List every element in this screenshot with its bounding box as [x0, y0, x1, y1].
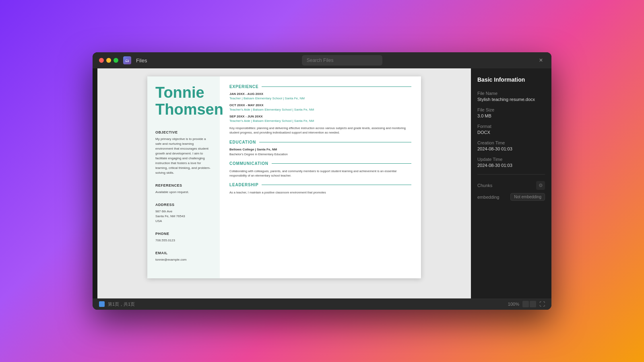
app-window: 🗂 Files × Tonnie Thomsen OBJECTIVE My pr…: [93, 52, 551, 310]
chunks-icon[interactable]: ⚙: [536, 181, 545, 190]
zoom-level: 100%: [508, 302, 519, 306]
status-left: 第1页，共1页: [99, 301, 135, 307]
leadership-title: LEADERSHIP: [229, 183, 411, 187]
education-degree: Bachelor's Degree in Elementary Educatio…: [229, 152, 411, 156]
main-content: Tonnie Thomsen OBJECTIVE My primary obje…: [93, 68, 551, 298]
page-info: 第1页，共1页: [108, 301, 135, 307]
resume-right-column: EXPERIENCE JAN 20XX - AUG 20XX Teacher |…: [220, 76, 421, 278]
search-input[interactable]: [302, 55, 382, 66]
job3-place: Teacher's Aide | Balsam Elementary Schoo…: [229, 119, 411, 123]
format-value: DOCX: [477, 130, 545, 135]
app-icon: 🗂: [123, 56, 131, 64]
info-divider: [477, 174, 545, 175]
format-row: Format DOCX: [477, 124, 545, 135]
left-sidebar: [93, 68, 97, 298]
update-time-value: 2024-08-30 01:03: [477, 163, 545, 168]
resume-name: Tonnie Thomsen: [155, 84, 212, 118]
experience-desc: Key responsibilities: planning and deliv…: [229, 126, 411, 135]
embedding-row: embedding Not embedding: [477, 193, 545, 201]
update-time-row: Update Time 2024-08-30 01:03: [477, 157, 545, 168]
view-toggle: [522, 301, 536, 307]
status-bar: 第1页，共1页 100% ⛶: [93, 298, 551, 310]
document-viewer[interactable]: Tonnie Thomsen OBJECTIVE My primary obje…: [97, 68, 471, 298]
window-close-button[interactable]: ×: [537, 56, 545, 64]
references-content: Available upon request.: [155, 190, 212, 195]
status-right: 100% ⛶: [508, 301, 545, 307]
creation-time-row: Creation Time 2024-08-30 01:03: [477, 140, 545, 151]
job2-dates: OCT 20XX - MAY 20XX: [229, 103, 411, 107]
communication-content: Collaborating with colleagues, parents, …: [229, 169, 411, 178]
format-label: Format: [477, 124, 545, 129]
education-title: EDUCATION: [229, 140, 411, 144]
info-panel: Basic Information File Name Stylish teac…: [471, 68, 551, 298]
not-embedding-badge: Not embedding: [510, 193, 545, 201]
objective-title: OBJECTIVE: [155, 130, 212, 134]
chunks-row: Chunks ⚙: [477, 181, 545, 190]
update-time-label: Update Time: [477, 157, 545, 162]
view-grid-button[interactable]: [530, 301, 536, 307]
education-school: Bellows College | Santa Fe, NM: [229, 148, 411, 151]
creation-time-label: Creation Time: [477, 140, 545, 145]
title-bar-center: [152, 55, 532, 66]
embedding-label: embedding: [477, 195, 499, 200]
file-name-row: File Name Stylish teaching resume.docx: [477, 91, 545, 102]
job1-dates: JAN 20XX - AUG 20XX: [229, 92, 411, 96]
title-bar: 🗂 Files ×: [93, 52, 551, 68]
address-title: ADDRESS: [155, 203, 212, 207]
file-size-value: 3.0 MB: [477, 113, 545, 118]
phone-content: 706.555.0123: [155, 238, 212, 243]
file-name-value: Stylish teaching resume.docx: [477, 97, 545, 102]
phone-title: PHONE: [155, 232, 212, 236]
job2-place: Teacher's Aide | Balsam Elementary Schoo…: [229, 108, 411, 111]
resume-left-column: Tonnie Thomsen OBJECTIVE My primary obje…: [147, 76, 220, 278]
address-content: 987 6th AveSanta Fe, NM 76543USA: [155, 209, 212, 224]
traffic-lights: [99, 58, 118, 63]
leadership-content: As a teacher, I maintain a positive clas…: [229, 190, 411, 195]
objective-content: My primary objective is to provide a saf…: [155, 137, 212, 175]
job1-place: Teacher | Balsam Elementary School | San…: [229, 97, 411, 100]
email-title: EMAIL: [155, 251, 212, 255]
close-button[interactable]: [99, 58, 104, 63]
app-title: Files: [136, 58, 147, 64]
page-icon: [99, 301, 105, 307]
references-title: REFERENCES: [155, 183, 212, 187]
minimize-button[interactable]: [106, 58, 111, 63]
file-name-label: File Name: [477, 91, 545, 96]
communication-title: COMMUNICATION: [229, 161, 411, 166]
file-size-label: File Size: [477, 107, 545, 112]
job3-dates: SEP 20XX - JUN 20XX: [229, 115, 411, 118]
fullscreen-button[interactable]: ⛶: [539, 301, 545, 307]
file-size-row: File Size 3.0 MB: [477, 107, 545, 118]
creation-time-value: 2024-08-30 01:03: [477, 146, 545, 151]
info-panel-title: Basic Information: [477, 76, 545, 83]
doc-page: Tonnie Thomsen OBJECTIVE My primary obje…: [147, 76, 421, 278]
view-single-button[interactable]: [522, 301, 529, 307]
maximize-button[interactable]: [114, 58, 118, 63]
email-content: tonnie@example.com: [155, 257, 212, 262]
experience-title: EXPERIENCE: [229, 84, 411, 89]
chunks-label: Chunks: [477, 183, 492, 188]
